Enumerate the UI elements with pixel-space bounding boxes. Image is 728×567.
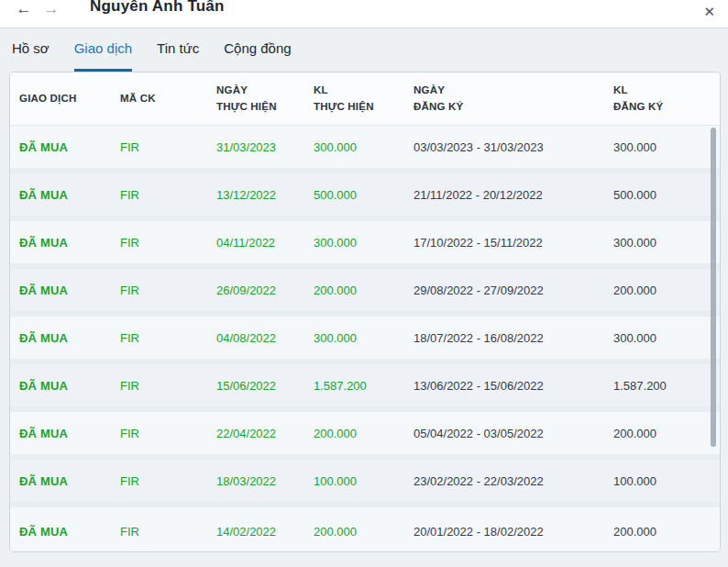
table-row[interactable]: ĐÃ MUA FIR 13/12/2022 500.000 21/11/2022… [10, 173, 720, 221]
cell-registration-period: 05/04/2022 - 03/05/2022 [414, 427, 613, 440]
cell-executed-volume: 500.000 [314, 188, 414, 202]
cell-registered-volume: 300.000 [613, 236, 720, 250]
table-row[interactable]: ĐÃ MUA FIR 26/09/2022 200.000 29/08/2022… [10, 269, 720, 317]
cell-execution-date: 22/04/2022 [216, 427, 314, 440]
cell-transaction-status: ĐÃ MUA [19, 427, 120, 440]
column-header: MÃ CK [120, 91, 216, 107]
cell-execution-date: 15/06/2022 [216, 379, 314, 393]
cell-registered-volume: 300.000 [613, 140, 720, 154]
tab-cong-dong[interactable]: Cộng đồng [224, 40, 291, 72]
cell-transaction-status: ĐÃ MUA [19, 379, 120, 393]
table-row[interactable]: ĐÃ MUA FIR 31/03/2023 300.000 03/03/2023… [10, 126, 720, 173]
cell-executed-volume: 200.000 [314, 284, 414, 297]
cell-stock-code[interactable]: FIR [120, 284, 216, 297]
cell-registration-period: 29/08/2022 - 27/09/2022 [414, 284, 613, 297]
window-titlebar: ← → Nguyễn Anh Tuấn ✕ [0, 0, 728, 28]
cell-stock-code[interactable]: FIR [120, 236, 216, 250]
cell-executed-volume: 300.000 [314, 236, 414, 250]
cell-transaction-status: ĐÃ MUA [19, 284, 120, 297]
cell-stock-code[interactable]: FIR [120, 474, 216, 488]
tab-tin-tuc[interactable]: Tin tức [157, 40, 199, 72]
column-header: GIAO DỊCH [19, 91, 120, 107]
cell-registered-volume: 200.000 [613, 427, 720, 440]
cell-registration-period: 23/02/2022 - 22/03/2022 [414, 474, 613, 488]
cell-registered-volume: 500.000 [613, 188, 720, 202]
cell-stock-code[interactable]: FIR [120, 427, 216, 440]
page-title: Nguyễn Anh Tuấn [90, 0, 225, 17]
back-arrow-icon[interactable]: ← [13, 0, 35, 20]
column-header: KLĐĂNG KÝ [613, 83, 720, 116]
tab-ho-so[interactable]: Hồ sơ [12, 40, 50, 72]
cell-execution-date: 04/11/2022 [216, 236, 314, 250]
cell-executed-volume: 100.000 [314, 474, 414, 488]
cell-registered-volume: 300.000 [613, 331, 720, 345]
table-row[interactable]: ĐÃ MUA FIR 18/03/2022 100.000 23/02/2022… [10, 460, 720, 507]
table-header-row: GIAO DỊCH MÃ CK NGÀYTHỰC HIỆN KLTHỰC HIỆ… [10, 72, 720, 126]
profile-tabs: Hồ sơGiao dịchTin tứcCộng đồng [0, 28, 728, 72]
cell-registration-period: 18/07/2022 - 16/08/2022 [414, 331, 613, 345]
cell-execution-date: 26/09/2022 [216, 284, 314, 297]
cell-transaction-status: ĐÃ MUA [19, 188, 120, 202]
cell-registered-volume: 200.000 [613, 525, 720, 539]
cell-execution-date: 14/02/2022 [216, 525, 314, 539]
cell-transaction-status: ĐÃ MUA [19, 525, 120, 539]
cell-executed-volume: 200.000 [314, 427, 414, 440]
cell-registered-volume: 1.587.200 [613, 379, 720, 393]
tab-giao-dich[interactable]: Giao dịch [74, 40, 132, 72]
cell-registered-volume: 100.000 [613, 474, 720, 488]
cell-execution-date: 18/03/2022 [216, 474, 314, 488]
close-icon[interactable]: ✕ [703, 4, 715, 20]
table-row[interactable]: ĐÃ MUA FIR 04/08/2022 300.000 18/07/2022… [10, 317, 720, 364]
cell-executed-volume: 1.587.200 [314, 379, 414, 393]
cell-execution-date: 04/08/2022 [216, 331, 314, 345]
cell-executed-volume: 300.000 [314, 140, 414, 154]
column-header: KLTHỰC HIỆN [314, 83, 414, 116]
cell-registration-period: 17/10/2022 - 15/11/2022 [414, 236, 613, 250]
table-row[interactable]: ĐÃ MUA FIR 15/06/2022 1.587.200 13/06/20… [10, 364, 720, 412]
cell-execution-date: 13/12/2022 [216, 188, 314, 202]
cell-registration-period: 21/11/2022 - 20/12/2022 [414, 188, 613, 202]
table-row[interactable]: ĐÃ MUA FIR 22/04/2022 200.000 05/04/2022… [10, 412, 720, 460]
column-header: NGÀYĐĂNG KÝ [414, 83, 613, 116]
cell-transaction-status: ĐÃ MUA [19, 331, 120, 345]
cell-registration-period: 13/06/2022 - 15/06/2022 [414, 379, 613, 393]
cell-registered-volume: 200.000 [613, 284, 720, 297]
cell-execution-date: 31/03/2023 [216, 140, 314, 154]
table-row[interactable]: ĐÃ MUA FIR 14/02/2022 200.000 20/01/2022… [10, 507, 720, 552]
cell-transaction-status: ĐÃ MUA [19, 236, 120, 250]
table-row[interactable]: ĐÃ MUA FIR 04/11/2022 300.000 17/10/2022… [10, 221, 720, 269]
cell-stock-code[interactable]: FIR [120, 331, 216, 345]
cell-transaction-status: ĐÃ MUA [19, 140, 120, 154]
cell-stock-code[interactable]: FIR [120, 379, 216, 393]
table-body: ĐÃ MUA FIR 31/03/2023 300.000 03/03/2023… [10, 126, 720, 552]
cell-executed-volume: 300.000 [314, 331, 414, 345]
transactions-table-card: GIAO DỊCH MÃ CK NGÀYTHỰC HIỆN KLTHỰC HIỆ… [9, 72, 721, 552]
cell-registration-period: 20/01/2022 - 18/02/2022 [414, 525, 613, 539]
cell-stock-code[interactable]: FIR [120, 188, 216, 202]
vertical-scrollbar[interactable] [711, 128, 716, 447]
cell-executed-volume: 200.000 [314, 525, 414, 539]
cell-registration-period: 03/03/2023 - 31/03/2023 [414, 140, 613, 154]
cell-transaction-status: ĐÃ MUA [19, 474, 120, 488]
cell-stock-code[interactable]: FIR [120, 525, 216, 539]
cell-stock-code[interactable]: FIR [120, 140, 216, 154]
column-header: NGÀYTHỰC HIỆN [216, 83, 314, 116]
forward-arrow-icon[interactable]: → [40, 0, 62, 20]
